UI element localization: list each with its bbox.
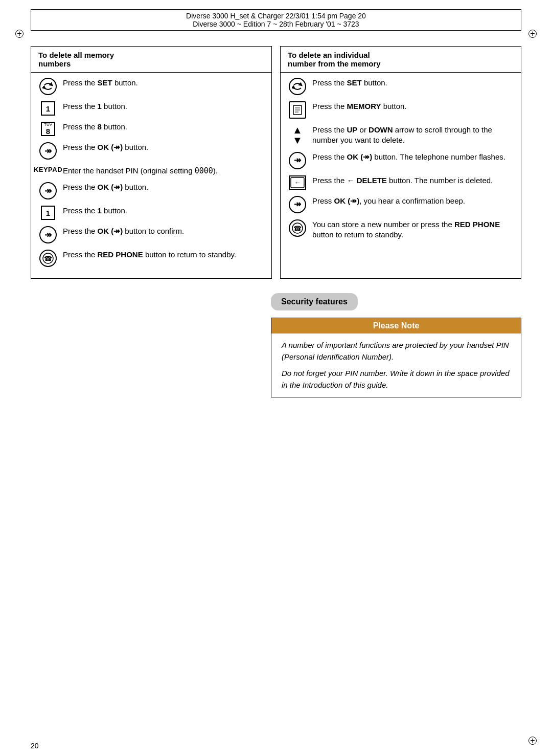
num1-icon: 1 bbox=[38, 206, 58, 220]
security-section: Security features Please Note A number o… bbox=[271, 293, 521, 397]
svg-text:←: ← bbox=[294, 179, 301, 186]
step-row: ☎ You can store a new number or press th… bbox=[288, 219, 514, 240]
step-text: Press the OK (↠) button. bbox=[63, 182, 264, 192]
delete-icon: ← bbox=[288, 175, 307, 190]
step-text: Press the OK (↠) button. bbox=[63, 142, 264, 152]
step-text: Press the UP or DOWN arrow to scroll thr… bbox=[312, 125, 514, 146]
step-row: Press the SET button. bbox=[288, 78, 514, 95]
step-row: ☎ Press the RED PHONE button to return t… bbox=[38, 250, 264, 267]
step-text: Press the ← DELETE button. The number is… bbox=[312, 175, 514, 186]
step-row: 1 Press the 1 button. bbox=[38, 206, 264, 220]
ok-icon: ↠ bbox=[288, 152, 307, 169]
ok-icon: ↠ bbox=[288, 196, 307, 213]
keypad-label: KEYPAD bbox=[38, 166, 58, 173]
reg-mark-tl bbox=[15, 30, 24, 38]
right-column: To delete an individual number from the … bbox=[280, 46, 521, 279]
set-icon bbox=[38, 78, 58, 95]
step-text: Press the MEMORY button. bbox=[312, 101, 514, 112]
step-row: ← Press the ← DELETE button. The number … bbox=[288, 175, 514, 190]
left-column: To delete all memory numbers bbox=[31, 46, 272, 279]
please-note-line1: A number of important functions are prot… bbox=[282, 340, 511, 363]
step-row: ↠ Press the OK (↠) button to confirm. bbox=[38, 226, 264, 243]
page-container: Diverse 3000 H_set & Charger 22/3/01 1:5… bbox=[0, 9, 552, 756]
step-row: Press the SET button. bbox=[38, 78, 264, 95]
step-text: Press the SET button. bbox=[63, 78, 264, 88]
step-row: ▲ ▼ Press the UP or DOWN arrow to scroll… bbox=[288, 125, 514, 146]
page-header: Diverse 3000 H_set & Charger 22/3/01 1:5… bbox=[31, 9, 521, 31]
step-row: ↠ Press the OK (↠) button. bbox=[38, 182, 264, 199]
header-line2: Diverse 3000 ~ Edition 7 ~ 28th February… bbox=[36, 20, 516, 28]
memory-icon bbox=[288, 101, 307, 119]
step-text: Press the SET button. bbox=[312, 78, 514, 88]
step-row: KEYPAD Enter the handset PIN (original s… bbox=[38, 166, 264, 176]
step-text: Enter the handset PIN (original setting … bbox=[63, 166, 264, 176]
reg-mark-br bbox=[528, 737, 537, 745]
num8-icon: TUV 8 bbox=[38, 122, 58, 136]
security-wrapper: Security features Please Note A number o… bbox=[31, 293, 521, 397]
left-steps: Press the SET button. 1 Press the 1 butt… bbox=[31, 73, 271, 278]
step-text: Press the RED PHONE button to return to … bbox=[63, 250, 264, 260]
header-line1: Diverse 3000 H_set & Charger 22/3/01 1:5… bbox=[36, 12, 516, 20]
step-row: TUV 8 Press the 8 button. bbox=[38, 122, 264, 136]
right-column-header: To delete an individual number from the … bbox=[281, 47, 521, 73]
reg-mark-tr bbox=[528, 30, 537, 38]
security-header: Security features bbox=[271, 293, 358, 310]
redphone-icon: ☎ bbox=[288, 219, 307, 237]
set-icon bbox=[288, 78, 307, 95]
svg-text:☎: ☎ bbox=[44, 255, 52, 262]
redphone-icon: ☎ bbox=[38, 250, 58, 267]
step-row: Press the MEMORY button. bbox=[288, 101, 514, 119]
ok-icon: ↠ bbox=[38, 226, 58, 243]
step-text: Press the OK (↠) button to confirm. bbox=[63, 226, 264, 236]
please-note-body: A number of important functions are prot… bbox=[271, 333, 521, 397]
num1-icon: 1 bbox=[38, 101, 58, 116]
step-text: Press OK (↠), you hear a confirmation be… bbox=[312, 196, 514, 206]
svg-text:☎: ☎ bbox=[293, 225, 302, 232]
please-note-line2: Do not forget your PIN number. Write it … bbox=[282, 368, 511, 391]
step-row: ↠ Press OK (↠), you hear a confirmation … bbox=[288, 196, 514, 213]
updown-icon: ▲ ▼ bbox=[288, 125, 307, 145]
please-note-box: Please Note A number of important functi… bbox=[271, 318, 521, 397]
left-column-header: To delete all memory numbers bbox=[31, 47, 271, 73]
step-text: Press the OK (↠) button. The telephone n… bbox=[312, 152, 514, 162]
main-content: To delete all memory numbers bbox=[31, 46, 521, 279]
ok-icon: ↠ bbox=[38, 142, 58, 160]
right-steps: Press the SET button. bbox=[281, 73, 521, 251]
step-row: ↠ Press the OK (↠) button. bbox=[38, 142, 264, 160]
step-text: Press the 1 button. bbox=[63, 206, 264, 216]
step-row: ↠ Press the OK (↠) button. The telephone… bbox=[288, 152, 514, 169]
step-text: Press the 1 button. bbox=[63, 101, 264, 112]
please-note-header: Please Note bbox=[271, 318, 521, 333]
step-row: 1 Press the 1 button. bbox=[38, 101, 264, 116]
page-number: 20 bbox=[31, 742, 39, 750]
step-text: You can store a new number or press the … bbox=[312, 219, 514, 240]
ok-icon: ↠ bbox=[38, 182, 58, 199]
step-text: Press the 8 button. bbox=[63, 122, 264, 132]
